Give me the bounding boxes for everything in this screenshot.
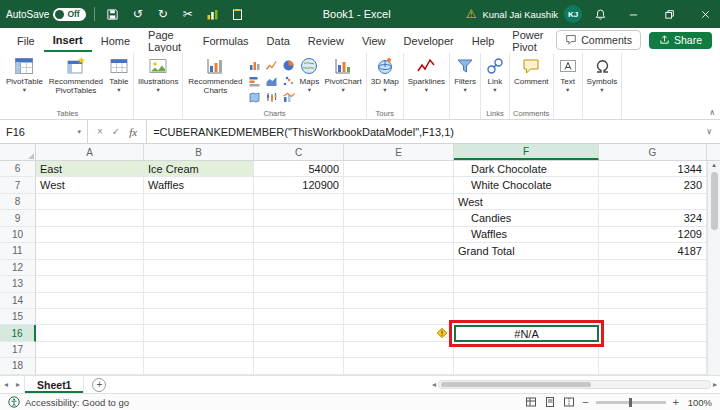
close-button[interactable] (690, 0, 720, 28)
row-header-16[interactable]: 16 (0, 325, 36, 341)
add-sheet-button[interactable]: + (92, 378, 106, 392)
cell-F15[interactable] (454, 309, 599, 325)
tab-home[interactable]: Home (92, 28, 139, 52)
sheet-tab-sheet1[interactable]: Sheet1 (24, 376, 84, 393)
tab-file[interactable]: File (8, 28, 44, 52)
cell-G9[interactable]: 324 (599, 210, 707, 226)
cut-icon[interactable]: ✂ (178, 3, 198, 25)
cell-G10[interactable]: 1209 (599, 227, 707, 243)
save-icon[interactable] (103, 3, 123, 25)
cell-C11[interactable] (254, 243, 344, 259)
column-header-A[interactable]: A (36, 144, 144, 160)
cell-F7[interactable]: White Chocolate (454, 177, 599, 193)
cell-E16[interactable] (344, 325, 454, 341)
autosave-toggle[interactable]: AutoSave Off (6, 8, 86, 21)
cell-E17[interactable] (344, 342, 454, 358)
cell-G8[interactable] (599, 194, 707, 210)
cell-A17[interactable] (36, 342, 144, 358)
cell-A7[interactable]: West (36, 177, 144, 193)
row-header-11[interactable]: 11 (0, 243, 36, 259)
cell-F10[interactable]: Waffles (454, 227, 599, 243)
column-header-E[interactable]: E (344, 144, 454, 160)
cell-E10[interactable] (344, 227, 454, 243)
cell-E14[interactable] (344, 293, 454, 309)
minimize-button[interactable] (618, 0, 648, 28)
row-header-6[interactable]: 6 (0, 161, 36, 177)
table-button[interactable]: Table▾ (107, 53, 131, 94)
cell-G16[interactable] (599, 325, 707, 341)
row-header-18[interactable]: 18 (0, 358, 36, 374)
cell-C12[interactable] (254, 260, 344, 276)
column-header-F[interactable]: F (454, 144, 599, 160)
cell-F12[interactable] (454, 260, 599, 276)
column-header-B[interactable]: B (144, 144, 254, 160)
cell-F9[interactable]: Candies (454, 210, 599, 226)
cell-C7[interactable]: 120900 (254, 177, 344, 193)
area-chart-icon[interactable] (263, 74, 279, 89)
warning-icon[interactable]: ⚠ (466, 7, 477, 21)
accessibility-icon[interactable] (8, 396, 20, 408)
error-warning-icon[interactable] (436, 327, 448, 339)
sparklines-button[interactable]: Sparklines▾ (406, 53, 447, 94)
cell-E15[interactable] (344, 309, 454, 325)
cell-G7[interactable]: 230 (599, 177, 707, 193)
cell-B10[interactable] (144, 227, 254, 243)
cell-C15[interactable] (254, 309, 344, 325)
bell-icon[interactable] (588, 0, 612, 28)
zoom-slider[interactable] (596, 401, 666, 404)
horizontal-scrollbar-track[interactable] (438, 380, 711, 389)
cell-B16[interactable] (144, 325, 254, 341)
clipboard-icon[interactable] (228, 3, 248, 25)
cell-B7[interactable]: Waffles (144, 177, 254, 193)
vertical-scrollbar[interactable]: ▴ (707, 161, 720, 375)
recommended-pivottables-button[interactable]: Recommended PivotTables (46, 53, 106, 95)
map-chart-icon[interactable] (246, 90, 262, 105)
collapse-ribbon-icon[interactable]: ∧ (709, 108, 715, 117)
maps-button[interactable]: Maps▾ (297, 53, 321, 94)
share-button[interactable]: Share (649, 32, 712, 49)
cell-F17[interactable] (454, 342, 599, 358)
line-chart-icon[interactable] (263, 58, 279, 73)
cell-G6[interactable]: 1344 (599, 161, 707, 177)
pivottable-button[interactable]: PivotTable▾ (4, 53, 45, 94)
text-button[interactable]: Text▾ (556, 53, 580, 94)
cell-B13[interactable] (144, 276, 254, 292)
zoom-level[interactable]: 100% (686, 397, 712, 408)
cell-F11[interactable]: Grand Total (454, 243, 599, 259)
chart-icon[interactable] (203, 3, 223, 25)
cell-E6[interactable] (344, 161, 454, 177)
select-all-corner[interactable] (0, 144, 36, 160)
cell-C8[interactable] (254, 194, 344, 210)
cell-C16[interactable] (254, 325, 344, 341)
cell-C6[interactable]: 54000 (254, 161, 344, 177)
tab-developer[interactable]: Developer (395, 28, 463, 52)
combo-chart-icon[interactable] (280, 90, 296, 105)
tab-insert[interactable]: Insert (44, 28, 92, 52)
pie-chart-icon[interactable] (280, 58, 296, 73)
cell-A13[interactable] (36, 276, 144, 292)
cell-B11[interactable] (144, 243, 254, 259)
cell-A10[interactable] (36, 227, 144, 243)
comment-button[interactable]: Comment (512, 53, 551, 86)
scroll-left-icon[interactable]: ◂ (432, 380, 436, 389)
illustrations-button[interactable]: Illustrations▾ (136, 53, 180, 94)
page-layout-view-icon[interactable] (544, 396, 556, 408)
restore-button[interactable] (654, 0, 684, 28)
bar-chart-icon[interactable] (246, 74, 262, 89)
scroll-right-icon[interactable]: ▸ (713, 380, 717, 389)
cell-C17[interactable] (254, 342, 344, 358)
accessibility-status[interactable]: Accessibility: Good to go (25, 397, 129, 408)
cell-F8[interactable]: West (454, 194, 599, 210)
formula-input[interactable]: =CUBERANKEDMEMBER("ThisWorkbookDataModel… (147, 120, 698, 143)
cell-B8[interactable] (144, 194, 254, 210)
row-header-12[interactable]: 12 (0, 260, 36, 276)
stock-chart-icon[interactable] (263, 90, 279, 105)
cancel-button[interactable]: × (97, 126, 103, 137)
cell-B14[interactable] (144, 293, 254, 309)
recommended-charts-button[interactable]: Recommended Charts (185, 53, 245, 95)
tab-data[interactable]: Data (258, 28, 299, 52)
cell-E12[interactable] (344, 260, 454, 276)
expand-formula-bar-icon[interactable]: ∨ (698, 120, 720, 143)
cell-F6[interactable]: Dark Chocolate (454, 161, 599, 177)
tab-help[interactable]: Help (463, 28, 504, 52)
